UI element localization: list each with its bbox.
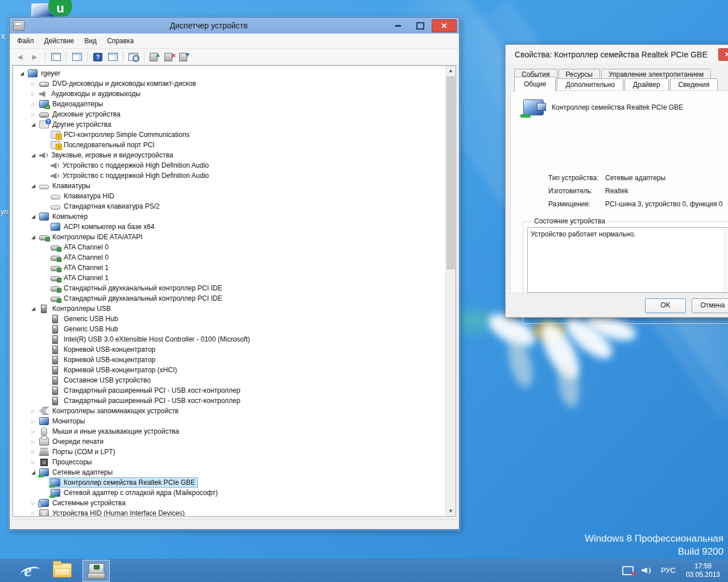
tree-item[interactable]: ▷Процессоры xyxy=(13,457,446,467)
expander-icon[interactable]: ◢ xyxy=(18,70,26,76)
expander-icon[interactable]: ◢ xyxy=(29,183,38,189)
expander-icon[interactable]: ▷ xyxy=(29,92,38,97)
tree-item[interactable]: ▷Системные устройства xyxy=(13,498,446,508)
cancel-button[interactable]: Отмена xyxy=(692,298,728,313)
tree-scrollbar[interactable]: ▲ ▼ xyxy=(445,66,456,516)
tree-item[interactable]: ATA Channel 0 xyxy=(13,242,446,252)
panes-left-icon[interactable] xyxy=(49,51,63,63)
tree-item[interactable]: Стандартный расширенный PCI - USB хост-к… xyxy=(13,385,446,396)
tree-item[interactable]: ATA Channel 0 xyxy=(13,252,446,263)
tree-item[interactable]: ATA Channel 1 xyxy=(13,263,446,273)
menu-item-0[interactable]: Файл xyxy=(12,35,39,47)
expander-icon[interactable]: ◢ xyxy=(29,234,38,240)
expander-icon[interactable]: ▷ xyxy=(29,450,38,455)
taskbar-item-internet-explorer[interactable]: e xyxy=(15,560,41,581)
expander-icon[interactable]: ▷ xyxy=(29,81,38,86)
tree-item[interactable]: Generic USB Hub xyxy=(13,314,446,324)
expander-icon[interactable]: ▷ xyxy=(29,409,38,414)
tree-item[interactable]: Стандартный расширенный PCI - USB хост-к… xyxy=(13,396,446,406)
tree-item[interactable]: Стандартный двухканальный контроллер PCI… xyxy=(13,293,446,304)
update-driver-icon[interactable]: ▲ xyxy=(148,51,162,63)
menu-item-1[interactable]: Действие xyxy=(39,35,80,47)
tree-item[interactable]: ▷Порты (COM и LPT) xyxy=(13,447,446,457)
tab-active-0[interactable]: Общие xyxy=(514,77,556,92)
language-indicator[interactable]: РУС xyxy=(661,566,676,575)
scroll-up-icon[interactable]: ∧ xyxy=(725,229,728,235)
tree-item[interactable]: ◢Контроллеры IDE ATA/ATAPI xyxy=(13,232,446,242)
device-manager-titlebar[interactable]: Диспетчер устройств ✕ xyxy=(10,18,459,34)
ok-button[interactable]: OK xyxy=(645,298,686,313)
tree-item[interactable]: ▷Видеоадаптеры xyxy=(13,99,446,109)
scroll-up-icon[interactable]: ▲ xyxy=(446,66,456,76)
tree-item[interactable]: ▷Устройства HID (Human Interface Devices… xyxy=(13,508,446,517)
tree-item[interactable]: ▷Очереди печати xyxy=(13,436,446,447)
tree-item[interactable]: ACPI компьютер на базе x64 xyxy=(13,222,446,232)
scrollbar-thumb[interactable] xyxy=(446,76,455,269)
expander-icon[interactable]: ▷ xyxy=(29,102,38,107)
maximize-button[interactable] xyxy=(412,20,428,32)
tree-item[interactable]: ▷Мониторы xyxy=(13,416,446,426)
tree-item[interactable]: ◢Другие устройства xyxy=(13,119,446,130)
expander-icon[interactable]: ▷ xyxy=(29,460,38,465)
minimize-button[interactable] xyxy=(393,20,409,32)
volume-icon[interactable] xyxy=(642,567,652,575)
expander-icon[interactable]: ▷ xyxy=(29,501,38,506)
status-scrollbar[interactable]: ∧ ∨ xyxy=(724,228,728,292)
tree-item[interactable]: PCI-контроллер Simple Communications xyxy=(13,130,446,140)
tree-item[interactable]: ▷Мыши и иные указывающие устройства xyxy=(13,426,446,436)
expander-icon[interactable]: ◢ xyxy=(29,306,38,311)
help-icon[interactable] xyxy=(91,51,105,63)
tree-item[interactable]: Стандартная клавиатура PS/2 xyxy=(13,201,446,211)
tree-item[interactable]: Intel(R) USB 3.0 eXtensible Host Control… xyxy=(13,334,446,344)
tree-item[interactable]: ◢Звуковые, игровые и видеоустройства xyxy=(13,150,446,160)
forward-icon[interactable] xyxy=(28,51,42,63)
tray-clock[interactable]: 17:59 03.05.2013 xyxy=(686,562,720,579)
tree-item[interactable]: ▷Аудиовходы и аудиовыходы xyxy=(13,89,446,99)
expander-icon[interactable]: ▷ xyxy=(29,511,38,516)
tree-item[interactable]: ◢Сетевые адаптеры xyxy=(13,467,446,477)
dialog-titlebar[interactable]: Свойства: Контроллер семейства Realtek P… xyxy=(506,45,728,64)
tree-item[interactable]: Корневой USB-концентратор xyxy=(13,355,446,365)
expander-icon[interactable]: ◢ xyxy=(29,469,38,475)
tree-item-selected[interactable]: Контроллер семейства Realtek PCIe GBE xyxy=(13,477,446,488)
tree-item[interactable]: ◢Клавиатуры xyxy=(13,181,446,191)
taskbar-item-device-manager[interactable] xyxy=(82,560,110,582)
expander-icon[interactable]: ▷ xyxy=(29,419,38,424)
scan-icon[interactable] xyxy=(127,51,140,63)
tree-item[interactable]: Стандартный двухканальный контроллер PCI… xyxy=(13,283,446,293)
action-pane-icon[interactable] xyxy=(106,51,119,63)
network-error-icon[interactable]: × xyxy=(622,566,634,575)
scroll-down-icon[interactable]: ∨ xyxy=(725,285,728,291)
tree-item[interactable]: ◢Компьютер xyxy=(13,211,446,222)
tree-item[interactable]: Устройство с поддержкой High Definition … xyxy=(13,160,446,171)
expander-icon[interactable]: ▷ xyxy=(29,112,38,117)
tree-item[interactable]: Устройство с поддержкой High Definition … xyxy=(13,171,446,181)
device-status-textbox[interactable]: Устройство работает нормально. ∧ ∨ xyxy=(527,227,728,293)
scroll-down-icon[interactable]: ▼ xyxy=(446,506,456,516)
panes-right-icon[interactable] xyxy=(70,51,84,63)
taskbar-item-file-explorer[interactable] xyxy=(49,560,75,581)
tree-item[interactable]: ▷Дисковые устройства xyxy=(13,109,446,119)
menu-item-3[interactable]: Справка xyxy=(102,35,139,47)
tree-item[interactable]: Последовательный порт PCI xyxy=(13,140,446,150)
expander-icon[interactable]: ◢ xyxy=(29,152,38,158)
menu-item-2[interactable]: Вид xyxy=(79,35,102,47)
tree-item[interactable]: ◢Контроллеры USB xyxy=(13,304,446,314)
tree-item[interactable]: Generic USB Hub xyxy=(13,324,446,334)
tree-item[interactable]: Корневой USB-концентратор (xHCI) xyxy=(13,365,446,375)
tree-item[interactable]: ▷Контроллеры запоминающих устройств xyxy=(13,406,446,416)
expander-icon[interactable]: ◢ xyxy=(29,214,38,219)
expander-icon[interactable]: ◢ xyxy=(29,122,38,127)
tree-item[interactable]: Сетевой адаптер с отладкой ядра (Майкрос… xyxy=(13,488,446,498)
tree-item[interactable]: Корневой USB-концентратор xyxy=(13,344,446,355)
tree-item[interactable]: Составное USB устройство xyxy=(13,375,446,385)
tree-item[interactable]: Клавиатура HID xyxy=(13,191,446,201)
back-icon[interactable] xyxy=(13,51,27,63)
scan-hw-icon[interactable]: ▼ xyxy=(177,51,191,63)
tree-item[interactable]: ▷DVD-дисководы и дисководы компакт-диско… xyxy=(13,78,446,89)
tree-item[interactable]: ATA Channel 1 xyxy=(13,273,446,283)
dialog-close-button[interactable]: ✕ xyxy=(718,48,728,61)
close-button[interactable]: ✕ xyxy=(432,19,457,32)
expander-icon[interactable]: ▷ xyxy=(29,439,38,444)
tree-item[interactable]: ◢rgeyer xyxy=(13,68,446,78)
